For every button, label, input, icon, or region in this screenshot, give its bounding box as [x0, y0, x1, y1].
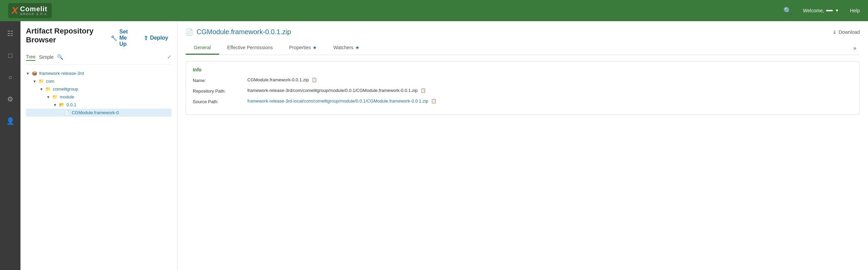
tree-label-comelitgroup: comelitgroup	[53, 86, 78, 92]
download-button[interactable]: ⇓ Download	[833, 29, 860, 35]
logo-text: Comelit GROUP S.P.A.	[20, 5, 49, 16]
page-header-row: Artifact Repository Browser 🔧 Set Me Up …	[26, 27, 172, 49]
logo-box: X Comelit GROUP S.P.A.	[8, 3, 52, 18]
tree-check-icon[interactable]: ✓	[167, 54, 172, 60]
sidebar-icon-user[interactable]: 👤	[3, 114, 17, 128]
right-title: 📄 CGModule.framework-0.0.1.zip	[186, 28, 291, 36]
right-panel: 📄 CGModule.framework-0.0.1.zip ⇓ Downloa…	[177, 21, 868, 270]
chevron-icon: ▼	[40, 87, 43, 91]
tab-effective-permissions[interactable]: Effective Permissions	[219, 41, 281, 55]
tree-item-module[interactable]: ▼ 📁 module	[26, 93, 172, 101]
username-display	[826, 10, 833, 11]
folder-icon: 📁	[39, 79, 44, 84]
tree-item-repo[interactable]: ▼ 📦 framework-release-3rd	[26, 69, 172, 77]
info-row-repo-path: Repository Path: framework-release-3rd/c…	[193, 88, 853, 94]
copy-repo-path-icon[interactable]: 📋	[420, 88, 426, 93]
source-path-link[interactable]: framework-release-3rd-local/com/comelitg…	[247, 98, 428, 104]
copy-name-icon[interactable]: 📋	[312, 77, 317, 82]
sidebar-icons: ☷ □ ○ ⚙ 👤	[0, 21, 20, 270]
download-icon: ⇓	[833, 29, 837, 35]
source-path-label: Source Path:	[193, 98, 247, 104]
tab-general-label: General	[194, 45, 211, 50]
tab-simple[interactable]: Simple	[39, 54, 54, 60]
info-section: Info Name: CGModule.framework-0.0.1.zip …	[186, 61, 860, 115]
folder-icon: 📁	[52, 94, 58, 99]
star-icon-watchers: ★	[355, 45, 360, 50]
info-row-name: Name: CGModule.framework-0.0.1.zip 📋	[193, 77, 853, 83]
tree-item-com[interactable]: ▼ 📁 com	[26, 77, 172, 85]
setmeup-icon: 🔧	[111, 35, 117, 41]
name-label: Name:	[193, 77, 247, 83]
help-link[interactable]: Help	[850, 8, 860, 13]
tree-label-file: CGModule.framework-0	[72, 110, 119, 115]
file-icon: 📄	[64, 110, 70, 115]
download-label: Download	[839, 29, 860, 35]
tree-item-comelitgroup[interactable]: ▼ 📁 comelitgroup	[26, 85, 172, 93]
tree-toolbar: Tree Simple 🔍 ✓	[26, 53, 172, 65]
repo-icon: 📦	[32, 71, 37, 76]
top-actions: 🔧 Set Me Up ⇧ Deploy	[111, 29, 172, 47]
chevron-icon: ▼	[46, 95, 50, 99]
welcome-label: Welcome,	[803, 8, 824, 13]
tree-label-001: 0.0.1	[67, 102, 76, 107]
sidebar-icon-settings[interactable]: ⚙	[3, 92, 17, 106]
repo-path-value: framework-release-3rd/com/comelitgroup/m…	[247, 88, 426, 93]
source-path-value: framework-release-3rd-local/com/comelitg…	[247, 98, 436, 104]
chevron-down-icon[interactable]: ▼	[835, 8, 839, 13]
info-row-source-path: Source Path: framework-release-3rd-local…	[193, 98, 853, 104]
sidebar-icon-home[interactable]: ☷	[3, 27, 17, 40]
chevron-placeholder	[60, 111, 62, 115]
tree-search-icon[interactable]: 🔍	[57, 54, 63, 60]
repo-path-label: Repository Path:	[193, 88, 247, 94]
tab-watchers-label: Watchers	[333, 45, 353, 50]
tab-props-label: Properties	[289, 45, 311, 50]
info-title: Info	[193, 67, 853, 72]
tree-label-module: module	[60, 94, 74, 99]
name-value: CGModule.framework-0.0.1.zip 📋	[247, 77, 317, 82]
left-panel: Artifact Repository Browser 🔧 Set Me Up …	[20, 21, 177, 270]
deploy-icon: ⇧	[144, 35, 148, 41]
page-title: Artifact Repository Browser	[26, 27, 111, 44]
tree-label-com: com	[46, 79, 55, 84]
tree-item-001[interactable]: ▼ 📂 0.0.1	[26, 101, 172, 109]
nav-welcome: Welcome, ▼	[803, 8, 839, 13]
folder-icon: 📂	[59, 102, 64, 107]
tree-label-repo: framework-release-3rd	[39, 71, 84, 76]
copy-source-path-icon[interactable]: 📋	[431, 98, 436, 104]
tab-tree[interactable]: Tree	[26, 53, 35, 61]
search-icon[interactable]: 🔍	[783, 6, 792, 15]
logo-x-icon: X	[12, 6, 18, 15]
file-title: CGModule.framework-0.0.1.zip	[197, 28, 291, 36]
tab-ep-label: Effective Permissions	[227, 45, 273, 50]
chevron-icon: ▼	[33, 79, 37, 83]
logo-group: GROUP S.P.A.	[20, 13, 49, 16]
folder-icon: 📁	[45, 86, 51, 92]
nav-right: 🔍 Welcome, ▼ Help	[783, 6, 860, 15]
tree-item-file[interactable]: 📄 CGModule.framework-0	[26, 109, 172, 117]
chevron-icon: ▼	[26, 71, 30, 76]
tab-watchers[interactable]: Watchers ★	[325, 41, 368, 55]
chevron-icon: ▼	[53, 103, 57, 107]
file-icon-large: 📄	[186, 28, 193, 36]
setmeup-button[interactable]: 🔧 Set Me Up	[111, 29, 135, 47]
tab-properties[interactable]: Properties ★	[281, 41, 325, 55]
tab-general[interactable]: General	[186, 41, 219, 55]
logo-comelit: Comelit	[20, 5, 49, 13]
star-icon-properties: ★	[313, 45, 317, 50]
right-header: 📄 CGModule.framework-0.0.1.zip ⇓ Downloa…	[186, 28, 860, 36]
logo-area: X Comelit GROUP S.P.A.	[8, 3, 52, 18]
sidebar-icon-builds[interactable]: ○	[3, 70, 17, 84]
deploy-button[interactable]: ⇧ Deploy	[144, 35, 168, 41]
main-layout: ☷ □ ○ ⚙ 👤 Artifact Repository Browser 🔧 …	[0, 21, 868, 270]
tab-more-button[interactable]: »	[850, 45, 860, 51]
sidebar-icon-packages[interactable]: □	[3, 49, 17, 62]
top-nav: X Comelit GROUP S.P.A. 🔍 Welcome, ▼ Help	[0, 0, 868, 21]
tab-bar: General Effective Permissions Properties…	[186, 41, 860, 55]
